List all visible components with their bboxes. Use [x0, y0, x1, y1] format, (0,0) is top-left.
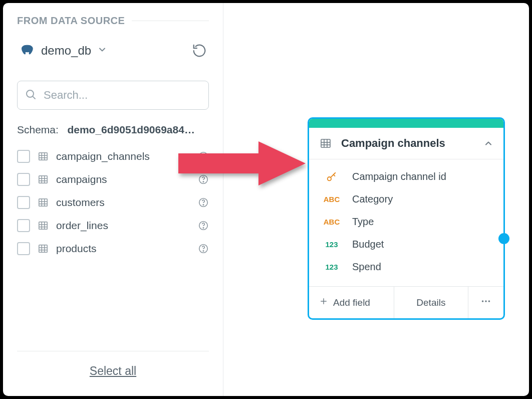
field-label: Category: [352, 193, 393, 205]
chevron-down-icon: [97, 44, 107, 58]
table-name: customers: [56, 196, 191, 209]
search-input[interactable]: [44, 89, 201, 102]
svg-point-49: [485, 300, 487, 302]
table-name: order_lines: [56, 220, 191, 232]
checkbox[interactable]: [17, 173, 30, 186]
search-field-wrapper[interactable]: [17, 81, 209, 110]
svg-line-45: [334, 174, 335, 176]
schema-row: Schema: demo_6d9051d9069a84…: [17, 124, 209, 136]
help-icon[interactable]: [198, 243, 209, 254]
table-icon: [37, 174, 49, 185]
svg-rect-2: [39, 153, 48, 160]
schema-name: demo_6d9051d9069a84…: [67, 124, 195, 135]
table-name: campaigns: [56, 173, 191, 185]
table-icon: [37, 151, 49, 162]
select-all-link[interactable]: Select all: [90, 364, 136, 378]
svg-point-15: [203, 181, 203, 182]
table-name: campaign_channels: [56, 150, 191, 162]
field-label: Type: [352, 216, 374, 228]
svg-rect-23: [39, 222, 48, 230]
svg-point-22: [203, 205, 203, 205]
key-icon: [321, 171, 342, 182]
svg-rect-38: [321, 139, 330, 147]
table-icon: [37, 197, 49, 208]
field-label: Spend: [352, 261, 381, 273]
svg-point-48: [482, 300, 484, 302]
svg-line-1: [33, 97, 35, 99]
card-header: Campaign channels: [309, 128, 503, 159]
svg-line-44: [331, 172, 335, 177]
number-type-icon: 123: [321, 240, 342, 249]
checkbox[interactable]: [17, 219, 30, 232]
table-row[interactable]: products: [17, 237, 209, 260]
table-row[interactable]: customers: [17, 191, 209, 214]
field-label: Budget: [352, 239, 384, 250]
field-label: Campaign channel id: [352, 171, 446, 182]
card-stripe: [309, 119, 503, 128]
refresh-button[interactable]: [190, 41, 209, 60]
table-icon: [37, 220, 49, 231]
svg-point-0: [27, 90, 34, 97]
data-source-sidebar: FROM DATA SOURCE demo_db S: [3, 3, 223, 396]
text-type-icon: ABC: [321, 218, 342, 226]
help-icon[interactable]: [198, 151, 209, 162]
connection-handle[interactable]: [498, 233, 509, 244]
add-field-button[interactable]: Add field: [309, 287, 394, 318]
more-button[interactable]: [468, 287, 503, 318]
text-type-icon: ABC: [321, 195, 342, 204]
details-button[interactable]: Details: [394, 287, 468, 318]
field-row[interactable]: 123 Spend: [309, 256, 503, 278]
checkbox[interactable]: [17, 196, 30, 209]
field-list: Campaign channel id ABC Category ABC Typ…: [309, 159, 503, 286]
table-list: campaign_channels campaigns: [17, 145, 209, 260]
svg-rect-16: [39, 199, 48, 207]
datasource-selector[interactable]: demo_db: [17, 40, 114, 62]
help-icon[interactable]: [198, 174, 209, 185]
svg-point-36: [203, 251, 203, 251]
field-row[interactable]: ABC Type: [309, 211, 503, 233]
svg-point-50: [488, 300, 490, 302]
field-row[interactable]: ABC Category: [309, 188, 503, 211]
plus-icon: [319, 297, 328, 308]
checkbox[interactable]: [17, 150, 30, 163]
add-field-label: Add field: [333, 297, 370, 308]
section-title: FROM DATA SOURCE: [17, 15, 209, 27]
details-label: Details: [416, 297, 445, 308]
checkbox[interactable]: [17, 242, 30, 255]
svg-rect-30: [39, 245, 48, 253]
field-row[interactable]: Campaign channel id: [309, 165, 503, 188]
table-row[interactable]: campaigns: [17, 168, 209, 191]
help-icon[interactable]: [198, 197, 209, 208]
svg-point-8: [203, 158, 203, 159]
table-icon: [37, 243, 49, 254]
more-icon: [480, 296, 491, 309]
card-actions: Add field Details: [309, 286, 503, 318]
help-icon[interactable]: [198, 220, 209, 231]
datasource-name: demo_db: [41, 44, 91, 58]
field-row[interactable]: 123 Budget: [309, 233, 503, 256]
postgresql-icon: [21, 44, 35, 58]
search-icon: [25, 88, 37, 102]
table-row[interactable]: campaign_channels: [17, 145, 209, 168]
schema-label: Schema:: [17, 124, 59, 135]
table-name: products: [56, 243, 191, 255]
card-title: Campaign channels: [341, 137, 474, 150]
svg-point-29: [203, 228, 203, 228]
table-icon: [319, 137, 332, 149]
collapse-button[interactable]: [483, 138, 493, 148]
number-type-icon: 123: [321, 263, 342, 271]
entity-card[interactable]: Campaign channels Campaign channel id AB…: [308, 117, 505, 320]
table-row[interactable]: order_lines: [17, 214, 209, 237]
svg-rect-9: [39, 176, 48, 183]
